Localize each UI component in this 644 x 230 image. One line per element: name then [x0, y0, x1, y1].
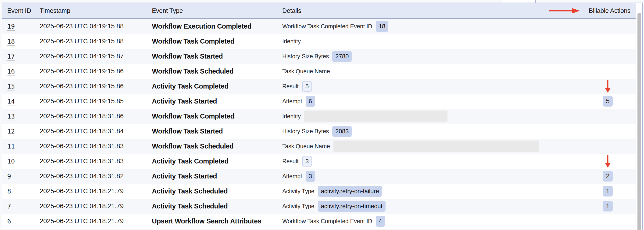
table-row[interactable]: 11 2025-06-23 UTC 04:18:31.83 Workflow T…: [2, 139, 642, 154]
detail-label: Activity Type: [282, 203, 314, 210]
timestamp: 2025-06-23 UTC 04:19:15.88: [40, 38, 152, 45]
timestamp: 2025-06-23 UTC 04:18:31.83: [40, 142, 152, 150]
event-id-link[interactable]: 11: [7, 143, 15, 150]
event-id-cell: 19: [2, 23, 40, 30]
event-id-cell: 14: [2, 98, 40, 105]
billable-actions-cell: 1: [539, 199, 636, 214]
timestamp: 2025-06-23 UTC 04:18:31.84: [40, 128, 152, 135]
event-id-link[interactable]: 16: [7, 68, 15, 75]
billable-actions-cell: [539, 124, 636, 139]
event-type: Activity Task Started: [152, 172, 282, 180]
detail-value-badge: 6: [306, 96, 315, 107]
billable-actions-cell: [539, 19, 636, 34]
table-row[interactable]: 14 2025-06-23 UTC 04:19:15.85 Activity T…: [2, 94, 642, 109]
event-history-table: Event ID Timestamp Event Type Details Bi…: [2, 3, 643, 230]
column-header-event-type[interactable]: Event Type: [152, 7, 282, 15]
column-header-timestamp[interactable]: Timestamp: [40, 7, 152, 15]
details-cell: Workflow Task Completed Event ID 4: [282, 216, 539, 227]
billable-actions-cell: 2: [539, 169, 636, 184]
detail-label: Workflow Task Completed Event ID: [282, 23, 372, 30]
event-history-screen: Event ID Timestamp Event Type Details Bi…: [0, 0, 644, 230]
timestamp: 2025-06-23 UTC 04:19:15.87: [40, 52, 152, 60]
table-row[interactable]: 10 2025-06-23 UTC 04:18:31.83 Activity T…: [2, 154, 642, 169]
column-header-billable-actions: Billable Actions: [539, 7, 636, 15]
event-id-cell: 17: [2, 53, 40, 60]
billable-actions-cell: [539, 49, 636, 64]
details-cell: Result 3: [282, 156, 539, 167]
billable-count-badge: 1: [603, 201, 613, 211]
event-id-cell: 12: [2, 128, 40, 135]
billable-actions-cell: [539, 109, 636, 124]
table-row[interactable]: 6 2025-06-23 UTC 04:18:21.79 Upsert Work…: [2, 214, 642, 228]
timestamp: 2025-06-23 UTC 04:18:21.79: [40, 202, 152, 210]
detail-label: Task Queue Name: [282, 143, 330, 150]
detail-value-badge: activity.retry-on-timeout: [318, 201, 385, 212]
event-id-link[interactable]: 7: [7, 203, 11, 210]
detail-value-badge: 5: [302, 81, 312, 92]
detail-label: Identity: [282, 113, 301, 120]
event-type: Activity Task Scheduled: [152, 202, 282, 210]
event-type: Activity Task Scheduled: [152, 187, 282, 195]
billable-actions-cell: [539, 34, 636, 49]
event-id-cell: 16: [2, 68, 40, 75]
event-type: Workflow Task Scheduled: [152, 142, 282, 150]
table-body: 19 2025-06-23 UTC 04:19:15.88 Workflow E…: [2, 19, 642, 228]
timestamp: 2025-06-23 UTC 04:18:21.79: [40, 187, 152, 195]
event-id-cell: 15: [2, 83, 40, 90]
timestamp: 2025-06-23 UTC 04:18:31.86: [40, 112, 152, 120]
detail-value-badge: activity.retry-on-failure: [318, 186, 382, 197]
event-id-link[interactable]: 9: [7, 173, 11, 180]
billable-count-badge: 1: [603, 186, 613, 196]
event-id-link[interactable]: 18: [7, 38, 15, 45]
event-type: Activity Task Completed: [152, 157, 282, 165]
table-row[interactable]: 13 2025-06-23 UTC 04:18:31.86 Workflow T…: [2, 109, 642, 124]
details-cell: Attempt 3: [282, 171, 539, 182]
table-row[interactable]: 8 2025-06-23 UTC 04:18:21.79 Activity Ta…: [2, 184, 642, 199]
details-cell: Identity: [282, 110, 539, 122]
detail-label: Workflow Task Completed Event ID: [282, 218, 372, 224]
vertical-scrollbar[interactable]: [636, 3, 642, 230]
billable-actions-cell: [539, 64, 636, 79]
event-id-link[interactable]: 15: [7, 83, 15, 90]
event-id-link[interactable]: 10: [7, 158, 15, 165]
timestamp: 2025-06-23 UTC 04:18:21.79: [40, 217, 152, 225]
table-row[interactable]: 18 2025-06-23 UTC 04:19:15.88 Workflow T…: [2, 34, 642, 49]
event-id-cell: 10: [2, 158, 40, 165]
details-cell: Workflow Task Completed Event ID 18: [282, 21, 539, 32]
event-type: Upsert Workflow Search Attributes: [152, 217, 282, 225]
table-row[interactable]: 19 2025-06-23 UTC 04:19:15.88 Workflow E…: [2, 19, 642, 34]
event-id-cell: 6: [2, 217, 40, 225]
column-header-event-id[interactable]: Event ID: [2, 7, 40, 15]
table-row[interactable]: 7 2025-06-23 UTC 04:18:21.79 Activity Ta…: [2, 199, 642, 214]
event-id-link[interactable]: 12: [7, 128, 15, 135]
event-id-link[interactable]: 8: [7, 188, 11, 195]
column-header-billable-actions-label: Billable Actions: [589, 7, 630, 14]
annotation-arrow-down-icon: [603, 154, 613, 168]
detail-label: History Size Bytes: [282, 53, 329, 60]
redacted-value: [334, 141, 539, 152]
event-id-link[interactable]: 13: [7, 113, 15, 120]
scrollbar-thumb[interactable]: [638, 13, 641, 230]
details-cell: Task Queue Name: [282, 141, 539, 152]
event-id-link[interactable]: 6: [7, 217, 11, 225]
event-id-cell: 13: [2, 113, 40, 120]
annotation-arrow-right-icon: [548, 8, 580, 14]
table-row[interactable]: 17 2025-06-23 UTC 04:19:15.87 Workflow T…: [2, 49, 642, 64]
table-row[interactable]: 9 2025-06-23 UTC 04:18:31.82 Activity Ta…: [2, 169, 642, 184]
event-id-cell: 8: [2, 188, 40, 195]
table-row[interactable]: 16 2025-06-23 UTC 04:19:15.86 Workflow T…: [2, 64, 642, 79]
table-row[interactable]: 12 2025-06-23 UTC 04:18:31.84 Workflow T…: [2, 124, 642, 139]
event-id-link[interactable]: 17: [7, 53, 15, 60]
event-type: Activity Task Completed: [152, 82, 282, 90]
table-header-row: Event ID Timestamp Event Type Details Bi…: [2, 3, 642, 19]
billable-actions-cell: [539, 214, 636, 228]
timestamp: 2025-06-23 UTC 04:18:31.82: [40, 172, 152, 180]
billable-count-badge: 5: [603, 96, 613, 106]
event-id-link[interactable]: 19: [7, 23, 15, 30]
detail-value-badge: 18: [376, 21, 388, 32]
event-id-link[interactable]: 14: [7, 98, 15, 105]
table-row[interactable]: 15 2025-06-23 UTC 04:19:15.86 Activity T…: [2, 79, 642, 94]
annotation-arrow-down-icon: [603, 79, 613, 93]
detail-label: Attempt: [282, 98, 302, 105]
event-id-cell: 11: [2, 143, 40, 150]
